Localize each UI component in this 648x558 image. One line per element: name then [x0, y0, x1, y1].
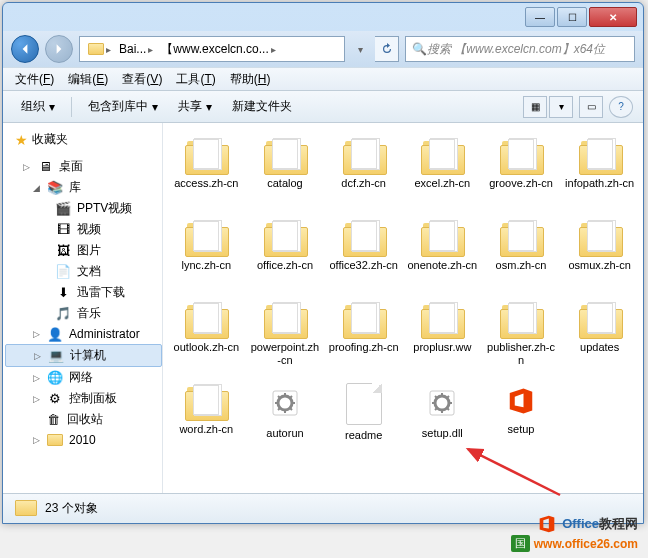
file-item-word-zh-cn[interactable]: word.zh-cn: [169, 379, 244, 459]
status-count: 23 个对象: [45, 500, 98, 517]
file-item-osmux-zh-cn[interactable]: osmux.zh-cn: [562, 215, 637, 289]
titlebar: — ☐ ✕: [3, 3, 643, 31]
item-label: readme: [345, 429, 382, 455]
include-library-button[interactable]: 包含到库中 ▾: [80, 94, 166, 119]
search-box[interactable]: 🔍 搜索 【www.excelcn.com】x64位: [405, 36, 635, 62]
file-item-powerpoint-zh-cn[interactable]: powerpoint.zh-cn: [248, 297, 323, 371]
item-label: excel.zh-cn: [415, 177, 471, 203]
item-label: onenote.zh-cn: [407, 259, 477, 285]
sidebar-lib-item[interactable]: 🎞视频: [5, 219, 162, 240]
address-dropdown[interactable]: ▾: [351, 44, 369, 55]
view-mode-button[interactable]: ▦: [523, 96, 547, 118]
file-item-readme[interactable]: readme: [326, 379, 401, 459]
file-grid: access.zh-cncatalogdcf.zh-cnexcel.zh-cng…: [163, 123, 643, 493]
gear-icon: [422, 383, 462, 423]
item-label: powerpoint.zh-cn: [250, 341, 321, 367]
nav-back-button[interactable]: [11, 35, 39, 63]
file-item-updates[interactable]: updates: [562, 297, 637, 371]
item-label: osm.zh-cn: [496, 259, 547, 285]
sidebar-lib-item[interactable]: 🎬PPTV视频: [5, 198, 162, 219]
menu-tools[interactable]: 工具(T): [170, 69, 221, 90]
file-item-proofing-zh-cn[interactable]: proofing.zh-cn: [326, 297, 401, 371]
file-item-infopath-zh-cn[interactable]: infopath.zh-cn: [562, 133, 637, 207]
file-item-setup-dll[interactable]: setup.dll: [405, 379, 480, 459]
folder-icon: [421, 219, 463, 255]
folder-icon: [343, 137, 385, 173]
menu-view[interactable]: 查看(V): [116, 69, 168, 90]
sidebar-recycle[interactable]: 🗑回收站: [5, 409, 162, 430]
view-dropdown[interactable]: ▾: [549, 96, 573, 118]
file-item-office32-zh-cn[interactable]: office32.zh-cn: [326, 215, 401, 289]
file-item-groove-zh-cn[interactable]: groove.zh-cn: [484, 133, 559, 207]
folder-icon: [421, 301, 463, 337]
file-item-onenote-zh-cn[interactable]: onenote.zh-cn: [405, 215, 480, 289]
sidebar-lib-item[interactable]: ⬇迅雷下载: [5, 282, 162, 303]
user-icon: 👤: [47, 326, 63, 342]
video-icon: 🎬: [55, 201, 71, 217]
file-item-osm-zh-cn[interactable]: osm.zh-cn: [484, 215, 559, 289]
preview-pane-button[interactable]: ▭: [579, 96, 603, 118]
recycle-icon: 🗑: [45, 412, 61, 428]
file-item-autorun[interactable]: autorun: [248, 379, 323, 459]
organize-button[interactable]: 组织 ▾: [13, 94, 63, 119]
toolbar: 组织 ▾ 包含到库中 ▾ 共享 ▾ 新建文件夹 ▦ ▾ ▭ ?: [3, 91, 643, 123]
search-icon: 🔍: [412, 42, 427, 56]
body: ★收藏夹 ▷🖥桌面 ◢📚库 🎬PPTV视频 🎞视频 🖼图片 📄文档 ⬇迅雷下载 …: [3, 123, 643, 493]
sidebar-lib-item[interactable]: 📄文档: [5, 261, 162, 282]
item-label: setup.dll: [422, 427, 463, 453]
sidebar-lib-item[interactable]: 🎵音乐: [5, 303, 162, 324]
file-item-catalog[interactable]: catalog: [248, 133, 323, 207]
item-label: groove.zh-cn: [489, 177, 553, 203]
item-label: outlook.zh-cn: [174, 341, 239, 367]
address-bar-row: ▸ Bai...▸ 【www.excelcn.co...▸ ▾ 🔍 搜索 【ww…: [3, 31, 643, 67]
file-item-publisher-zh-cn[interactable]: publisher.zh-cn: [484, 297, 559, 371]
sidebar-admin[interactable]: ▷👤Administrator: [5, 324, 162, 344]
new-folder-button[interactable]: 新建文件夹: [224, 94, 300, 119]
menu-help[interactable]: 帮助(H): [224, 69, 277, 90]
folder-icon: [47, 432, 63, 448]
sidebar-2010[interactable]: ▷2010: [5, 430, 162, 450]
file-item-proplusr-ww[interactable]: proplusr.ww: [405, 297, 480, 371]
sidebar-control[interactable]: ▷⚙控制面板: [5, 388, 162, 409]
search-placeholder: 搜索 【www.excelcn.com】x64位: [427, 41, 628, 58]
help-button[interactable]: ?: [609, 96, 633, 118]
folder-icon: [343, 301, 385, 337]
video-icon: 🎞: [55, 222, 71, 238]
breadcrumb[interactable]: ▸ Bai...▸ 【www.excelcn.co...▸: [79, 36, 345, 62]
item-label: office32.zh-cn: [330, 259, 398, 285]
computer-icon: 💻: [48, 348, 64, 364]
file-item-setup[interactable]: setup: [484, 379, 559, 459]
sidebar-library[interactable]: ◢📚库: [5, 177, 162, 198]
sidebar-network[interactable]: ▷🌐网络: [5, 367, 162, 388]
item-label: publisher.zh-cn: [486, 341, 557, 367]
item-label: updates: [580, 341, 619, 367]
file-item-dcf-zh-cn[interactable]: dcf.zh-cn: [326, 133, 401, 207]
file-item-lync-zh-cn[interactable]: lync.zh-cn: [169, 215, 244, 289]
item-label: infopath.zh-cn: [565, 177, 634, 203]
item-label: catalog: [267, 177, 302, 203]
file-item-outlook-zh-cn[interactable]: outlook.zh-cn: [169, 297, 244, 371]
file-item-office-zh-cn[interactable]: office.zh-cn: [248, 215, 323, 289]
control-panel-icon: ⚙: [47, 391, 63, 407]
sidebar-computer[interactable]: ▷💻计算机: [5, 344, 162, 367]
minimize-button[interactable]: —: [525, 7, 555, 27]
folder-icon: [421, 137, 463, 173]
sidebar-lib-item[interactable]: 🖼图片: [5, 240, 162, 261]
close-button[interactable]: ✕: [589, 7, 637, 27]
favorites-group[interactable]: ★收藏夹: [5, 129, 162, 150]
nav-forward-button[interactable]: [45, 35, 73, 63]
folder-icon: [185, 137, 227, 173]
file-item-access-zh-cn[interactable]: access.zh-cn: [169, 133, 244, 207]
maximize-button[interactable]: ☐: [557, 7, 587, 27]
library-icon: 📚: [47, 180, 63, 196]
menu-edit[interactable]: 编辑(E): [62, 69, 114, 90]
share-button[interactable]: 共享 ▾: [170, 94, 220, 119]
file-item-excel-zh-cn[interactable]: excel.zh-cn: [405, 133, 480, 207]
sidebar-desktop[interactable]: ▷🖥桌面: [5, 156, 162, 177]
arrow-right-icon: [53, 43, 65, 55]
menu-bar: 文件(F) 编辑(E) 查看(V) 工具(T) 帮助(H): [3, 67, 643, 91]
menu-file[interactable]: 文件(F): [9, 69, 60, 90]
refresh-button[interactable]: [375, 36, 399, 62]
folder-icon: [579, 219, 621, 255]
navigation-sidebar: ★收藏夹 ▷🖥桌面 ◢📚库 🎬PPTV视频 🎞视频 🖼图片 📄文档 ⬇迅雷下载 …: [3, 123, 163, 493]
